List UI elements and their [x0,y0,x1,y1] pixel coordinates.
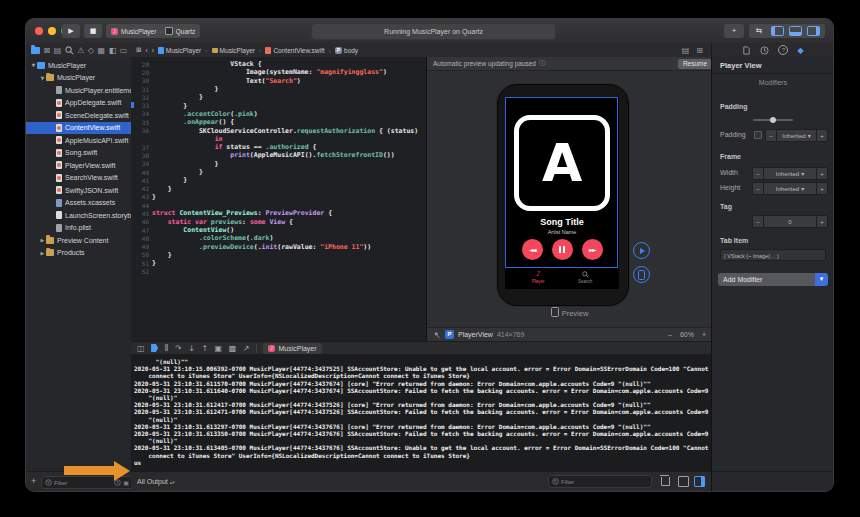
code-line[interactable]: 49 .previewDevice(.init(rawValue: "iPhon… [131,243,426,251]
code-line[interactable]: 31 } [131,85,426,93]
code-line[interactable]: 32 } [131,93,426,101]
simulate-location-icon[interactable]: ↗ [243,344,250,353]
add-editor-icon[interactable]: ⊞ [696,46,703,55]
toggle-inspector-icon[interactable] [807,26,820,36]
code-line[interactable]: 28 VStack { [131,60,426,68]
pause-execution-icon[interactable]: Ⅱ [165,344,169,353]
run-button[interactable]: ▶ [62,24,80,38]
variables-view-toggle-icon[interactable] [678,476,689,487]
breadcrumb-file[interactable]: ContentView.swift [265,47,324,54]
file-row[interactable]: SceneDelegate.swift [26,109,131,122]
project-navigator-icon[interactable] [31,47,40,54]
code-line[interactable]: 30 Text("Search") [131,77,426,85]
attributes-inspector-icon[interactable]: ◆ [797,46,803,55]
file-row[interactable]: Assets.xcassets [26,197,131,210]
close-window-button[interactable] [35,27,43,35]
file-row[interactable]: ContentView.swift [26,122,131,135]
find-navigator-icon[interactable] [65,46,74,55]
breakpoints-toggle-icon[interactable] [151,344,158,352]
breakpoint-navigator-icon[interactable]: ◧ [109,46,117,55]
toggle-debug-area-icon[interactable] [789,26,802,36]
code-line[interactable]: 39 } [131,160,426,168]
file-row[interactable]: LaunchScreen.storyboard [26,209,131,222]
stepper-decrement[interactable]: – [753,183,764,194]
code-line[interactable]: 46 static var previews: some View { [131,218,426,226]
output-scope-dropdown[interactable]: All Output ▴▾ [137,478,175,485]
view-hierarchy-icon[interactable]: ▣ [215,344,223,353]
file-row[interactable]: SwiftyJSON.swift [26,184,131,197]
memory-graph-icon[interactable]: ▩ [229,344,237,353]
pin-icon[interactable] [433,331,441,339]
stepper-increment[interactable]: + [816,130,827,141]
file-row[interactable]: SearchView.swift [26,172,131,185]
live-preview-button[interactable] [633,242,650,259]
editor-options-icon[interactable]: ▤ [682,46,690,55]
hide-debug-area-icon[interactable]: ◫ [137,344,145,353]
file-row[interactable]: ▼MusicPlayer [26,59,131,72]
debug-console[interactable]: "(null)""2020-05-31 23:10:15.006392-0700… [131,355,711,471]
breadcrumb-symbol[interactable]: Pbody [335,47,358,54]
file-row[interactable]: PlayerView.swift [26,159,131,172]
issue-navigator-icon[interactable]: ⚠ [77,46,84,55]
code-line[interactable]: 47 ContentView() [131,226,426,234]
debug-navigator-icon[interactable]: ▦ [98,46,106,55]
source-control-navigator-icon[interactable]: ⊠ [44,46,51,55]
breadcrumb-group[interactable]: MusicPlayer [212,47,255,54]
resume-button[interactable]: Resume [678,59,712,69]
report-navigator-icon[interactable]: ▭ [120,46,128,55]
stepper-decrement[interactable]: – [753,216,764,227]
breadcrumb-project[interactable]: MusicPlayer [158,47,201,54]
code-line[interactable]: 33 } [131,101,426,109]
code-line[interactable]: in [131,135,426,143]
code-line[interactable]: 48 .colorScheme(.dark) [131,234,426,242]
console-filter-field[interactable]: Filter [548,475,652,488]
padding-stepper[interactable]: – Inherited▾ + [765,129,828,142]
width-stepper[interactable]: – Inherited▾ + [752,167,828,180]
stepper-increment[interactable]: + [816,183,827,194]
disclosure-icon[interactable]: ▶ [39,250,46,256]
file-row[interactable]: ▶Products [26,247,131,260]
padding-slider[interactable] [753,119,793,121]
clear-console-icon[interactable] [661,477,670,486]
phone-screen[interactable]: A Song Title Artist Name ◄◄ ►► ♪ Player [505,97,619,289]
minimize-window-button[interactable] [48,27,56,35]
zoom-out-button[interactable]: – [668,331,672,338]
stepper-increment[interactable]: + [816,168,827,179]
tag-stepper[interactable]: – 0 + [752,215,828,228]
back-button[interactable]: ‹ [145,47,147,54]
code-line[interactable]: 38 print(AppleMusicAPI().fetchStorefront… [131,151,426,159]
file-row[interactable]: ▼MusicPlayer [26,72,131,85]
history-inspector-icon[interactable] [760,46,769,55]
stepper-increment[interactable]: + [816,216,827,227]
step-into-icon[interactable]: ↓ [188,344,195,353]
pause-button[interactable] [552,239,573,260]
stop-button[interactable]: ■ [84,24,102,38]
zoom-in-button[interactable]: + [702,331,706,338]
height-stepper[interactable]: – Inherited▾ + [752,182,828,195]
related-items-icon[interactable]: ⊞ [136,46,141,54]
tab-player[interactable]: ♪ Player [532,269,545,289]
padding-checkbox[interactable] [754,131,762,139]
info-icon[interactable]: ⓘ [539,59,546,68]
console-view-toggle-icon[interactable] [694,476,705,487]
stepper-decrement[interactable]: – [753,168,764,179]
toggle-navigator-icon[interactable] [771,26,784,36]
preview-on-device-button[interactable] [633,266,650,283]
file-row[interactable]: AppDelegate.swift [26,97,131,110]
code-line[interactable]: 50 } [131,251,426,259]
code-line[interactable]: 43} [131,193,426,201]
code-line[interactable]: 45struct ContentView_Previews: PreviewPr… [131,209,426,217]
step-out-icon[interactable]: ↑ [201,344,208,353]
rewind-button[interactable]: ◄◄ [522,239,543,260]
code-line[interactable]: 52 [131,267,426,275]
process-chip[interactable]: ♪ MusicPlayer [263,343,321,354]
code-line[interactable]: 44 [131,201,426,209]
file-row[interactable]: MusicPlayer.entitlements [26,84,131,97]
code-line[interactable]: 36 SKCloudServiceController.requestAutho… [131,126,426,134]
scheme-selector[interactable]: ♪ MusicPlayer › Quartz [106,24,200,38]
file-row[interactable]: ▶Preview Content [26,234,131,247]
forward-button[interactable]: › [152,47,154,54]
tab-search[interactable]: Search [578,269,592,289]
stepper-decrement[interactable]: – [766,130,777,141]
disclosure-icon[interactable]: ▼ [39,75,46,81]
